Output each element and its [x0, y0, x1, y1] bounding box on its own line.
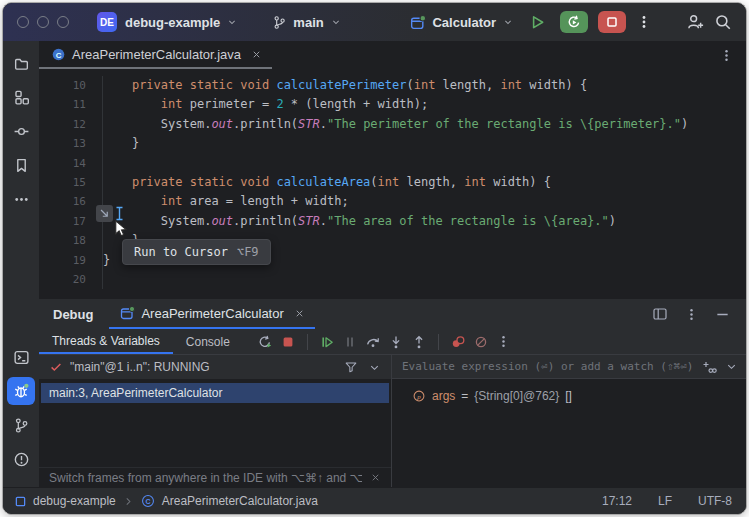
code-editor[interactable]: 10 private static void calculatePerimete…	[39, 69, 746, 299]
project-widget[interactable]: debug-example	[125, 15, 238, 30]
title-bar: DE debug-example main	[3, 3, 746, 41]
watch-chevron-down-icon[interactable]	[725, 360, 738, 373]
project-name: debug-example	[125, 15, 220, 30]
run-button[interactable]	[528, 13, 546, 31]
tab-threads-variables[interactable]: Threads & Variables	[39, 329, 173, 354]
rerun-debug-button[interactable]	[560, 11, 588, 33]
variable-equals: =	[461, 389, 468, 403]
stop-button[interactable]	[598, 11, 626, 33]
svg-text:p: p	[416, 393, 421, 401]
debug-session-tab-label: AreaPerimeterCalculator	[141, 306, 283, 321]
line-number[interactable]: 18	[39, 231, 102, 250]
minimize-window-button[interactable]	[37, 16, 49, 28]
caret-position[interactable]: 17:12	[602, 494, 632, 508]
java-class-icon: C	[51, 47, 66, 62]
add-watch-icon[interactable]	[701, 359, 717, 375]
debug-tool-window: Debug AreaPerimeterCalculator	[39, 299, 746, 487]
line-number[interactable]: 16	[39, 192, 102, 211]
code-line[interactable]: 14	[39, 154, 746, 173]
code-line[interactable]: 10 private static void calculatePerimete…	[39, 76, 746, 95]
mouse-pointer	[111, 219, 130, 241]
code-line[interactable]: 15 private static void calculateArea(int…	[39, 173, 746, 192]
chevron-down-icon	[502, 16, 514, 28]
resume-icon[interactable]	[319, 334, 335, 350]
line-number[interactable]: 15	[39, 173, 102, 192]
line-number[interactable]: 13	[39, 134, 102, 153]
code-line[interactable]: 17 System.out.println(STR."The area of t…	[39, 212, 746, 231]
close-window-button[interactable]	[17, 16, 29, 28]
chevron-down-icon	[330, 16, 342, 28]
hide-panel-icon[interactable]	[715, 307, 730, 322]
stop-icon[interactable]	[280, 334, 296, 350]
line-number[interactable]: 17	[39, 212, 102, 231]
editor-tab-label: AreaPerimeterCalculator.java	[72, 47, 241, 62]
line-number[interactable]: 20	[39, 270, 102, 289]
run-configuration-selector[interactable]: Calculator	[409, 14, 514, 31]
stack-frame-selected[interactable]: main:3, AreaPerimeterCalculator	[41, 383, 389, 403]
code-line[interactable]: 16 int area = length + width;	[39, 192, 746, 211]
variable-name: args	[432, 389, 455, 403]
variable-value: {String[0]@762}	[474, 389, 559, 403]
parameter-icon: p	[412, 389, 426, 403]
code-line[interactable]: 12 System.out.println(STR."The perimeter…	[39, 115, 746, 134]
debug-session-tab[interactable]: AreaPerimeterCalculator	[109, 299, 314, 329]
tool-window-stripe	[3, 41, 39, 487]
module-icon	[15, 496, 26, 507]
variables-pane: Evaluate expression (⏎) or add a watch (…	[392, 355, 746, 487]
debug-tool-button-active[interactable]	[7, 377, 35, 405]
dismiss-hint-icon[interactable]	[370, 472, 381, 483]
layout-settings-icon[interactable]	[652, 306, 668, 322]
code-with-me-add-user-icon[interactable]	[686, 13, 704, 31]
debug-more-kebab-icon[interactable]	[496, 334, 511, 349]
terminal-tool-button[interactable]	[7, 343, 35, 371]
problems-tool-button[interactable]	[7, 445, 35, 473]
filter-funnel-icon[interactable]	[344, 360, 358, 374]
file-encoding[interactable]: UTF-8	[698, 494, 732, 508]
more-tool-windows-icon[interactable]	[7, 185, 35, 213]
line-number[interactable]: 12	[39, 115, 102, 134]
line-number[interactable]: 10	[39, 76, 102, 95]
step-over-icon[interactable]	[365, 334, 381, 350]
line-number[interactable]: 19	[39, 251, 102, 270]
rerun-icon[interactable]	[257, 334, 273, 350]
code-line[interactable]: 11 int perimeter = 2 * (length + width);	[39, 95, 746, 114]
bookmarks-tool-button[interactable]	[7, 151, 35, 179]
line-number[interactable]: 14	[39, 154, 102, 173]
run-config-app-icon	[409, 14, 426, 31]
more-actions-kebab-icon[interactable]	[636, 14, 652, 30]
breadcrumb-project[interactable]: debug-example	[33, 494, 116, 508]
tab-console[interactable]: Console	[173, 329, 243, 354]
thread-status-check-icon	[49, 360, 63, 374]
variable-row[interactable]: p args = {String[0]@762} []	[392, 385, 746, 407]
pause-icon[interactable]	[342, 334, 358, 350]
editor-options-kebab-icon[interactable]	[719, 48, 734, 63]
editor-tab-active[interactable]: C AreaPerimeterCalculator.java	[39, 41, 272, 69]
zoom-window-button[interactable]	[57, 16, 69, 28]
project-tool-button[interactable]	[7, 49, 35, 77]
step-out-icon[interactable]	[411, 334, 427, 350]
vcs-branch-widget[interactable]: main	[272, 15, 341, 30]
close-session-tab-icon[interactable]	[294, 308, 305, 319]
project-badge: DE	[97, 12, 117, 32]
chevron-down-icon	[226, 16, 238, 28]
code-line[interactable]: 20	[39, 270, 746, 289]
breadcrumb-file[interactable]: AreaPerimeterCalculator.java	[162, 494, 318, 508]
code-line[interactable]: 13 }	[39, 134, 746, 153]
line-number[interactable]: 11	[39, 95, 102, 114]
step-into-icon[interactable]	[388, 334, 404, 350]
git-tool-button[interactable]	[7, 411, 35, 439]
thread-selector[interactable]: "main"@1 i..n": RUNNING	[39, 355, 391, 379]
search-everywhere-icon[interactable]	[714, 13, 732, 31]
structure-tool-button[interactable]	[7, 83, 35, 111]
view-breakpoints-icon[interactable]	[450, 334, 466, 350]
evaluate-expression-input[interactable]: Evaluate expression (⏎) or add a watch (…	[392, 355, 746, 379]
thread-chevron-down-icon[interactable]	[368, 361, 381, 374]
java-class-icon: C	[141, 494, 155, 508]
evaluate-placeholder: Evaluate expression (⏎) or add a watch (…	[402, 360, 701, 373]
line-separator[interactable]: LF	[658, 494, 672, 508]
panel-options-kebab-icon[interactable]	[684, 307, 699, 322]
mute-breakpoints-icon[interactable]	[473, 334, 489, 350]
close-tab-icon[interactable]	[251, 49, 262, 60]
run-config-name: Calculator	[432, 15, 496, 30]
commit-tool-button[interactable]	[7, 117, 35, 145]
